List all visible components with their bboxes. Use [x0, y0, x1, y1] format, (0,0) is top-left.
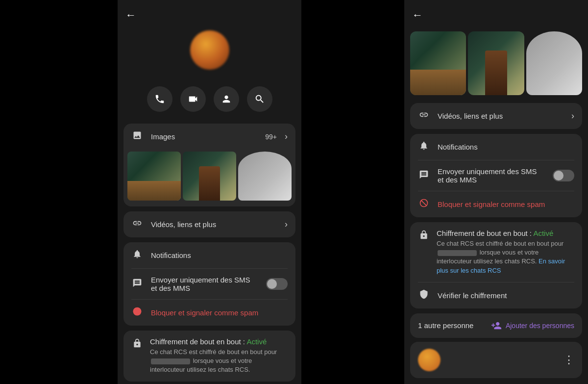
- images-strip: [123, 150, 295, 206]
- avatar: [190, 30, 229, 70]
- right-encryption-active: Activé: [533, 229, 553, 237]
- right-notifications-row[interactable]: Notifications: [410, 134, 582, 160]
- videos-row[interactable]: Vidéos, liens et plus ›: [123, 211, 295, 237]
- images-row[interactable]: Images 99+ ›: [123, 124, 295, 150]
- link-icon: [131, 218, 143, 230]
- sms-label: Envoyer uniquement des SMS et des MMS: [151, 276, 258, 292]
- settings-card: Notifications Envoyer uniquement des SMS…: [123, 242, 295, 326]
- image-thumb-1: [127, 152, 181, 201]
- svg-line-3: [421, 200, 427, 206]
- sms-icon: [131, 278, 143, 290]
- phone-button[interactable]: [147, 86, 172, 112]
- right-videos-chevron: ›: [571, 111, 574, 121]
- sms-toggle[interactable]: [266, 278, 288, 290]
- encryption-desc: Ce chat RCS est chiffré de bout en bout …: [150, 348, 288, 375]
- right-videos-label: Vidéos, liens et plus: [438, 112, 564, 120]
- right-lock-icon: [418, 230, 430, 242]
- right-videos-card: Vidéos, liens et plus ›: [410, 103, 582, 129]
- gap: [301, 0, 399, 384]
- right-encryption-title: Chiffrement de bout en bout : Activé: [437, 229, 574, 237]
- people-count: 1 autre personne: [418, 321, 485, 330]
- right-settings-card: Notifications Envoyer uniquement des SMS…: [410, 134, 582, 217]
- videos-chevron: ›: [285, 219, 288, 230]
- right-spam-row[interactable]: Bloquer et signaler comme spam: [410, 191, 582, 217]
- more-options-button[interactable]: ⋮: [564, 354, 574, 366]
- block-icon: [131, 307, 143, 319]
- images-icon: [131, 130, 143, 143]
- right-sms-toggle[interactable]: [553, 170, 574, 181]
- right-encryption-text: Chiffrement de bout en bout : Activé Ce …: [437, 229, 574, 275]
- contact-avatar: [418, 349, 441, 371]
- encryption-active: Activé: [246, 337, 267, 346]
- bell-icon: [131, 249, 143, 261]
- videos-card: Vidéos, liens et plus ›: [123, 211, 295, 237]
- right-encryption-desc: Ce chat RCS est chiffré de bout en bout …: [437, 239, 574, 275]
- collage-photo-3: [526, 31, 582, 95]
- left-avatar-area: [118, 26, 301, 86]
- add-people-button[interactable]: Ajouter des personnes: [491, 320, 574, 331]
- spam-label: Bloquer et signaler comme spam: [151, 308, 288, 317]
- right-link-icon: [418, 110, 430, 122]
- right-sms-row[interactable]: Envoyer uniquement des SMS et des MMS: [410, 160, 582, 191]
- images-label: Images: [151, 132, 257, 141]
- notifications-label: Notifications: [151, 251, 288, 259]
- spam-row[interactable]: Bloquer et signaler comme spam: [123, 300, 295, 326]
- encryption-title: Chiffrement de bout en bout : Activé: [150, 337, 288, 346]
- right-back-button[interactable]: ←: [412, 9, 423, 22]
- right-videos-row[interactable]: Vidéos, liens et plus ›: [410, 103, 582, 129]
- encryption-text: Chiffrement de bout en bout : Activé Ce …: [150, 337, 288, 375]
- verify-label: Vérifier le chiffrement: [438, 291, 507, 300]
- person-button[interactable]: [214, 86, 239, 112]
- right-block-icon: [418, 198, 430, 210]
- lock-icon: [131, 338, 143, 351]
- notifications-row[interactable]: Notifications: [123, 242, 295, 268]
- sms-row[interactable]: Envoyer uniquement des SMS et des MMS: [123, 269, 295, 299]
- contact-row: ⋮: [410, 342, 582, 378]
- videos-label: Vidéos, liens et plus: [151, 220, 277, 229]
- left-back-button[interactable]: ←: [125, 9, 136, 22]
- right-encryption-card: Chiffrement de bout en bout : Activé Ce …: [410, 222, 582, 308]
- verify-row[interactable]: Vérifier le chiffrement: [410, 282, 582, 308]
- right-panel: ← Vidéos, liens et plus › Notifications: [404, 0, 588, 384]
- right-spam-label: Bloquer et signaler comme spam: [438, 200, 574, 208]
- images-card: Images 99+ ›: [123, 124, 295, 206]
- add-people-label: Ajouter des personnes: [506, 322, 574, 330]
- encryption-card: Chiffrement de bout en bout : Activé Ce …: [123, 331, 295, 382]
- left-back-header: ←: [118, 0, 301, 26]
- image-thumb-2: [183, 152, 236, 201]
- right-bell-icon: [418, 141, 430, 153]
- shield-icon: [418, 289, 430, 302]
- action-buttons: [118, 86, 301, 112]
- collage-photo-2: [468, 31, 524, 95]
- left-panel: ← Images 99+ ›: [118, 0, 301, 384]
- collage-photo-1: [410, 31, 466, 95]
- image-thumb-3: [238, 152, 292, 201]
- right-sms-icon: [418, 170, 430, 182]
- right-back-header: ←: [404, 0, 588, 26]
- people-row: 1 autre personne Ajouter des personnes: [410, 313, 582, 338]
- images-chevron: ›: [285, 131, 288, 142]
- right-notifications-label: Notifications: [438, 143, 574, 151]
- images-count: 99+: [265, 133, 277, 141]
- right-sms-label: Envoyer uniquement des SMS et des MMS: [438, 167, 545, 184]
- photo-collage: [410, 31, 582, 95]
- video-button[interactable]: [180, 86, 206, 112]
- search-button[interactable]: [247, 86, 272, 112]
